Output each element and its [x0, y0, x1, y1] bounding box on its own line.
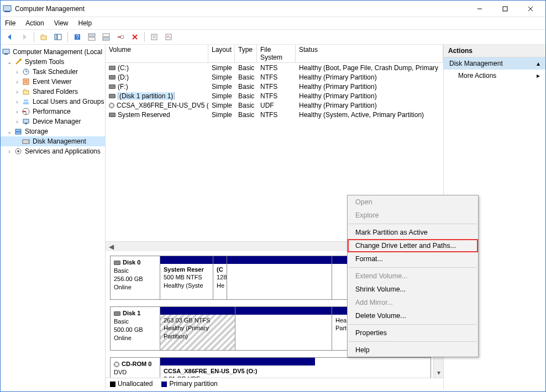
actions-title[interactable]: Disk Management ▴: [444, 57, 545, 70]
col-layout[interactable]: Layout: [208, 45, 235, 62]
title-bar: Computer Management: [1, 1, 545, 17]
volume-layout: Simple: [208, 73, 235, 81]
expand-icon[interactable]: ›: [14, 99, 20, 105]
volume-row[interactable]: (D:)SimpleBasicNTFSHealthy (Primary Part…: [106, 72, 443, 82]
tree-item[interactable]: ›Task Scheduler: [1, 67, 105, 77]
tree-label: Disk Management: [33, 137, 86, 145]
partition[interactable]: [227, 256, 332, 299]
partition-body: [235, 315, 332, 350]
volume-fs: NTFS: [257, 92, 296, 100]
svg-rect-39: [23, 119, 29, 123]
volume-type: Basic: [235, 111, 257, 119]
svg-text:?: ?: [76, 34, 79, 40]
context-item[interactable]: Properties: [348, 326, 478, 340]
tree-item[interactable]: ›Device Manager: [1, 116, 105, 126]
context-item[interactable]: Delete Volume...: [348, 309, 478, 322]
tree-services[interactable]: › Services and Applications: [1, 146, 105, 156]
volume-row[interactable]: (C:)SimpleBasicNTFSHealthy (Boot, Page F…: [106, 63, 443, 72]
expand-icon[interactable]: ›: [14, 69, 20, 75]
scroll-left-icon[interactable]: ◀: [107, 243, 116, 251]
volume-fs: NTFS: [257, 73, 296, 81]
menu-help[interactable]: Help: [78, 19, 92, 27]
collapse-icon[interactable]: ▴: [537, 60, 540, 67]
context-item[interactable]: Format...: [348, 252, 478, 266]
partition-body: CCSA_X86FRE_EN-US_DV5 (O:)3.01 GB UDFHea…: [160, 365, 315, 378]
maximize-button[interactable]: [492, 1, 518, 17]
context-item[interactable]: Mark Partition as Active: [348, 226, 478, 239]
collapse-icon[interactable]: ⌄: [6, 59, 13, 65]
collapse-icon[interactable]: ⌄: [6, 129, 13, 135]
scroll-down-icon[interactable]: ▾: [435, 369, 443, 377]
tree-system-tools[interactable]: ⌄ System Tools: [1, 57, 105, 67]
tree-item-label: Event Viewer: [33, 78, 71, 86]
tree-item[interactable]: ›Event Viewer: [1, 77, 105, 87]
properties2-button[interactable]: [162, 31, 175, 43]
menu-file[interactable]: File: [5, 19, 15, 27]
tree-storage[interactable]: ⌄ Storage: [1, 126, 105, 136]
volume-row[interactable]: System ReservedSimpleBasicNTFSHealthy (S…: [106, 110, 443, 119]
volume-type: Basic: [235, 64, 257, 72]
tree-item[interactable]: ›Local Users and Groups: [1, 97, 105, 107]
show-hide-tree-button[interactable]: [52, 31, 64, 43]
partition[interactable]: (C128He: [213, 256, 227, 299]
menu-view[interactable]: View: [54, 19, 69, 27]
svg-rect-6: [41, 36, 46, 40]
volume-list-header[interactable]: Volume Layout Type File System Status: [106, 45, 443, 63]
navigation-tree[interactable]: Computer Management (Local ⌄ System Tool…: [1, 45, 106, 389]
partition-bar: [235, 307, 332, 315]
partition[interactable]: 263.03 GB NTFSHealthy (Primary Partition…: [160, 307, 235, 350]
view-bottom-button[interactable]: [100, 31, 112, 43]
up-button[interactable]: [38, 31, 50, 43]
context-menu[interactable]: OpenExploreMark Partition as ActiveChang…: [347, 195, 479, 357]
col-status[interactable]: Status: [296, 45, 443, 62]
context-item[interactable]: Shrink Volume...: [348, 283, 478, 296]
partition-body: System Reser500 MB NTFSHealthy (Syste: [160, 264, 213, 299]
volume-type: Basic: [235, 73, 257, 81]
context-item[interactable]: Help: [348, 343, 478, 357]
volume-name: System Reserved: [118, 111, 170, 119]
disk-block[interactable]: CD-ROM 0DVD3.01 GBOnlineCCSA_X86FRE_EN-U…: [110, 357, 431, 378]
expand-icon[interactable]: ›: [14, 79, 20, 85]
context-item[interactable]: Change Drive Letter and Paths...: [348, 239, 478, 252]
volume-fs: UDF: [257, 102, 296, 109]
partition[interactable]: [235, 307, 332, 350]
delete-button[interactable]: [129, 31, 141, 43]
expand-icon[interactable]: ›: [6, 149, 13, 155]
menu-action[interactable]: Action: [25, 19, 44, 27]
close-button[interactable]: [518, 1, 543, 17]
expand-icon[interactable]: ›: [14, 119, 20, 125]
expand-icon[interactable]: ›: [14, 89, 20, 95]
context-separator: [349, 324, 477, 325]
settings-button[interactable]: [114, 31, 127, 43]
disk-state: Online: [114, 335, 132, 341]
help-button[interactable]: ?: [71, 31, 83, 43]
partition[interactable]: CCSA_X86FRE_EN-US_DV5 (O:)3.01 GB UDFHea…: [160, 358, 315, 378]
disk-title: CD-ROM 0: [122, 361, 151, 367]
context-item: Add Mirror...: [348, 296, 478, 309]
back-button[interactable]: [4, 31, 16, 43]
properties-button[interactable]: [148, 31, 160, 43]
partition[interactable]: System Reser500 MB NTFSHealthy (Syste: [160, 256, 213, 299]
col-volume[interactable]: Volume: [106, 45, 208, 62]
volume-row[interactable]: CCSA_X86FRE_EN-US_DV5 (O:)SimpleBasicUDF…: [106, 100, 443, 110]
tree-item[interactable]: ›Shared Folders: [1, 87, 105, 97]
volume-row[interactable]: (Disk 1 partition 1)SimpleBasicNTFSHealt…: [106, 91, 443, 100]
actions-more[interactable]: More Actions ▸: [444, 70, 545, 82]
col-filesystem[interactable]: File System: [257, 45, 296, 62]
volume-list[interactable]: Volume Layout Type File System Status (C…: [106, 45, 443, 119]
expand-icon[interactable]: ›: [14, 109, 20, 115]
tree-root[interactable]: Computer Management (Local: [1, 47, 105, 57]
partition-bar: [160, 358, 315, 365]
tree-disk-management[interactable]: Disk Management: [1, 136, 105, 146]
disk-title: Disk 1: [123, 310, 140, 316]
col-type[interactable]: Type: [235, 45, 257, 62]
minimize-button[interactable]: [467, 1, 492, 17]
tree-item[interactable]: ›Performance: [1, 107, 105, 116]
volume-layout: Simple: [208, 83, 235, 91]
forward-button[interactable]: [18, 31, 30, 43]
volume-fs: NTFS: [257, 111, 296, 119]
volume-status: Healthy (Primary Partition): [296, 102, 443, 109]
disk-kind: Basic: [114, 267, 129, 274]
view-top-button[interactable]: [86, 31, 98, 43]
volume-row[interactable]: (F:)SimpleBasicNTFSHealthy (Primary Part…: [106, 82, 443, 91]
